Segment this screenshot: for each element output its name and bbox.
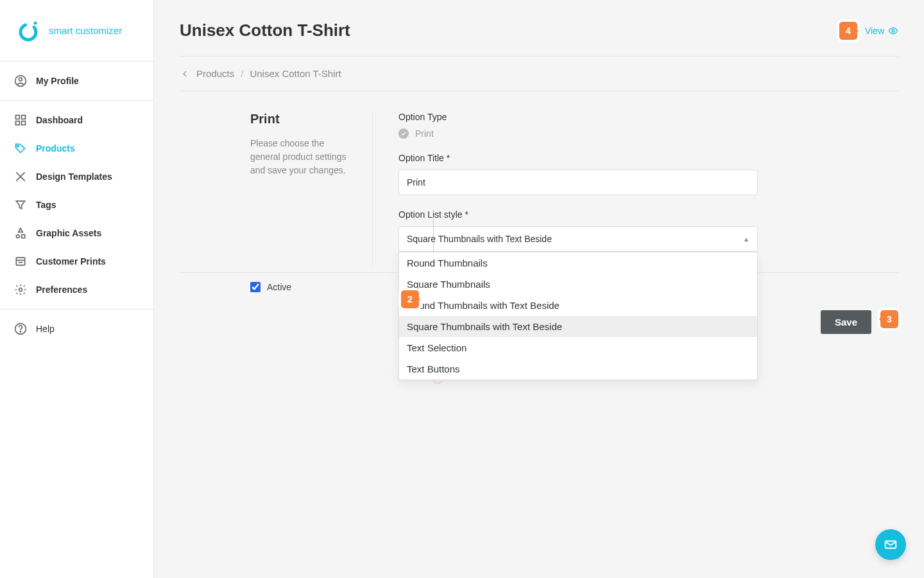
- panel-text: Please choose the general product settin…: [250, 137, 346, 177]
- svg-point-17: [892, 30, 894, 32]
- breadcrumb-sep: /: [241, 68, 243, 79]
- nav-label: My Profile: [36, 76, 79, 86]
- svg-point-16: [20, 331, 21, 332]
- nav-item-graphic-assets[interactable]: Graphic Assets: [0, 219, 153, 247]
- list-style-dropdown: Round Thumbnails Square Thumbnails Round…: [398, 252, 758, 380]
- svg-point-8: [17, 145, 19, 147]
- main-content: Unisex Cotton T-Shirt 4 View Products / …: [154, 0, 924, 578]
- prints-icon: [14, 255, 27, 268]
- dashboard-icon: [14, 114, 27, 127]
- option-type-value: Print: [415, 128, 434, 139]
- field-list-style: Option List style * Square Thumbnails wi…: [398, 209, 758, 252]
- nav-section-main: Dashboard Products Design Templates Tags: [0, 100, 153, 309]
- nav-label: Preferences: [36, 285, 87, 295]
- breadcrumb-current: Unisex Cotton T-Shirt: [250, 68, 341, 79]
- nav-item-design-templates[interactable]: Design Templates: [0, 162, 153, 191]
- list-style-select[interactable]: Square Thumbnails with Text Beside ▲: [398, 226, 758, 252]
- list-style-label: Option List style *: [398, 209, 758, 220]
- dropdown-option[interactable]: Square Thumbnails with Text Beside: [399, 316, 757, 337]
- svg-point-3: [19, 78, 22, 81]
- annotation-marker-2: 2: [401, 290, 419, 308]
- svg-rect-10: [22, 235, 25, 238]
- brand-name: smart customizer: [49, 25, 122, 36]
- form-panel: Option Type Print Option Title * Option …: [398, 112, 758, 266]
- breadcrumb: Products / Unisex Cotton T-Shirt: [180, 57, 898, 91]
- nav-item-my-profile[interactable]: My Profile: [0, 67, 153, 95]
- nav-label: Design Templates: [36, 171, 112, 182]
- view-link[interactable]: View: [865, 26, 898, 36]
- svg-point-14: [19, 288, 22, 292]
- svg-rect-5: [22, 116, 26, 119]
- svg-rect-7: [22, 121, 26, 125]
- nav-section-profile: My Profile: [0, 62, 153, 100]
- nav-label: Tags: [36, 200, 56, 210]
- eye-icon: [888, 26, 898, 36]
- shapes-icon: [14, 227, 27, 240]
- annotation-marker-4: 4: [839, 22, 857, 40]
- header-right: 4 View: [839, 22, 898, 40]
- page-title: Unisex Cotton T-Shirt: [180, 21, 350, 40]
- divider: [372, 112, 373, 266]
- active-label: Active: [267, 282, 291, 292]
- panel-heading: Print: [250, 112, 346, 127]
- caret-up-icon: ▲: [743, 236, 749, 243]
- nav-item-tags[interactable]: Tags: [0, 191, 153, 219]
- dropdown-option[interactable]: Round Thumbnails: [399, 252, 757, 274]
- check-icon: [398, 128, 409, 139]
- breadcrumb-root[interactable]: Products: [196, 68, 234, 79]
- svg-rect-4: [16, 116, 20, 119]
- panel-description: Print Please choose the general product …: [180, 112, 346, 266]
- list-style-value: Square Thumbnails with Text Beside: [407, 234, 552, 244]
- nav-label: Customer Prints: [36, 256, 106, 267]
- option-type-label: Option Type: [398, 112, 758, 122]
- sidebar: smart customizer My Profile Dashboard: [0, 0, 154, 578]
- brand: smart customizer: [0, 0, 153, 62]
- nav-label: Help: [36, 324, 55, 334]
- design-icon: [14, 170, 27, 183]
- nav-item-dashboard[interactable]: Dashboard: [0, 106, 153, 134]
- nav-item-products[interactable]: Products: [0, 134, 153, 162]
- back-icon[interactable]: [180, 69, 190, 79]
- nav-section-help: Help: [0, 309, 153, 348]
- filter-icon: [14, 198, 27, 211]
- option-title-label: Option Title *: [398, 153, 758, 163]
- dropdown-option[interactable]: Text Selection: [399, 337, 757, 358]
- profile-icon: [14, 74, 27, 87]
- nav-item-customer-prints[interactable]: Customer Prints: [0, 247, 153, 276]
- option-title-input[interactable]: [398, 170, 758, 195]
- nav-label: Graphic Assets: [36, 228, 101, 238]
- dropdown-option[interactable]: Round Thumbnails with Text Beside: [399, 295, 757, 316]
- chat-fab[interactable]: [875, 529, 906, 560]
- svg-point-9: [16, 235, 19, 238]
- svg-point-1: [34, 21, 37, 24]
- help-icon: [14, 322, 27, 335]
- annotation-marker-3: 3: [880, 310, 898, 328]
- dropdown-option[interactable]: Square Thumbnails: [399, 274, 757, 295]
- option-type-value-row: Print: [398, 128, 758, 139]
- mail-icon: [884, 538, 898, 552]
- save-button[interactable]: Save: [821, 310, 871, 334]
- field-option-type: Option Type Print: [398, 112, 758, 139]
- form-area: Print Please choose the general product …: [180, 91, 898, 334]
- gear-icon: [14, 283, 27, 296]
- nav-label: Dashboard: [36, 115, 83, 125]
- brand-logo-icon: [15, 18, 41, 44]
- svg-rect-11: [16, 258, 24, 265]
- active-checkbox[interactable]: [250, 282, 261, 292]
- tag-icon: [14, 142, 27, 155]
- nav-item-preferences[interactable]: Preferences: [0, 276, 153, 304]
- nav-item-help[interactable]: Help: [0, 315, 153, 343]
- nav-label: Products: [36, 143, 75, 153]
- view-link-label: View: [865, 26, 884, 36]
- page-header: Unisex Cotton T-Shirt 4 View: [180, 21, 898, 57]
- field-option-title: Option Title *: [398, 153, 758, 195]
- dropdown-option[interactable]: Text Buttons: [399, 358, 757, 380]
- content-row: Print Please choose the general product …: [180, 91, 898, 266]
- svg-rect-6: [16, 121, 20, 125]
